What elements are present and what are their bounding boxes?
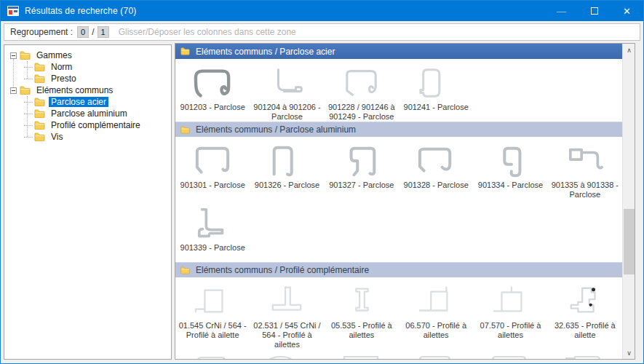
results-list: Eléments communs / Parclose acier901203 … — [175, 44, 622, 359]
result-item[interactable]: 901335 à 901338 - Parclose — [548, 141, 622, 199]
folder-icon — [20, 51, 31, 60]
result-item-label: 901228 / 901246 à 901249 - Parclose — [325, 101, 399, 122]
group-count-separator: / — [92, 27, 94, 37]
scrollbar-thumb[interactable] — [624, 209, 635, 274]
profile-thumbnail — [189, 282, 236, 320]
tree-item-label: Profilé complémentaire — [49, 120, 143, 130]
tree-item-parclose-aluminium[interactable]: Parclose aluminium — [4, 108, 171, 119]
tree: GammesNormPrestoEléments communsParclose… — [4, 45, 171, 143]
profile-901241-icon — [413, 65, 459, 101]
result-item[interactable]: 901334 - Parclose — [473, 141, 547, 199]
profile-thumbnail — [562, 282, 608, 320]
tree-item-parclose-acier[interactable]: Parclose acier — [4, 96, 171, 108]
result-item[interactable]: 06.570 - Profilé à ailettes — [399, 282, 473, 349]
minimize-button[interactable]: — — [545, 1, 578, 21]
result-item[interactable] — [250, 354, 324, 359]
tree-item-presto[interactable]: Presto — [4, 73, 171, 84]
result-item[interactable]: 901328 - Parclose — [399, 141, 473, 199]
result-item[interactable] — [399, 354, 473, 359]
result-item[interactable]: 901339 - Parclose — [175, 204, 250, 255]
column-dropzone[interactable]: Glisser/Déposer les colonnes dans cette … — [119, 27, 296, 37]
result-row: 901339 - Parclose — [175, 199, 622, 255]
result-item[interactable]: 901241 - Parclose — [399, 63, 473, 122]
result-item[interactable]: 32.635 - Profilé à ailette — [548, 282, 622, 349]
tree-item-label: Parclose acier — [49, 97, 108, 107]
profile-901339-icon — [189, 205, 236, 242]
result-item[interactable]: 901203 - Parclose — [175, 63, 250, 122]
results-panel: Eléments communs / Parclose acier901203 … — [175, 43, 635, 360]
folder-icon — [180, 266, 190, 274]
group-spacer — [175, 255, 622, 262]
profile-thumbnail — [413, 141, 459, 179]
tree-item-vis[interactable]: Vis — [4, 131, 171, 143]
profile-partial-4-icon — [399, 354, 472, 359]
result-item[interactable]: 07.570 - Profilé à ailettes — [473, 282, 547, 349]
result-item-label: 06.570 - Profilé à ailettes — [399, 320, 473, 340]
profile-07570-icon — [487, 283, 533, 320]
group-header[interactable]: Eléments communs / Profilé complémentair… — [175, 262, 622, 277]
tree-item-el-ments-communs[interactable]: Eléments communs — [4, 84, 171, 96]
profile-901228-icon — [338, 65, 385, 101]
tree-item-profil-compl-mentaire[interactable]: Profilé complémentaire — [4, 119, 171, 131]
group-header[interactable]: Eléments communs / Parclose aluminium — [175, 122, 622, 137]
profile-thumbnail — [474, 354, 546, 359]
close-button[interactable]: ✕ — [611, 1, 643, 21]
result-item-label: 901334 - Parclose — [477, 179, 544, 199]
profile-02531-icon — [263, 283, 310, 320]
grouping-label: Regroupement : — [10, 27, 73, 37]
result-item-label: 32.635 - Profilé à ailette — [548, 320, 622, 340]
result-item[interactable]: 01.545 CrNi / 564 - Profilé à ailette — [175, 282, 250, 349]
result-item[interactable]: 901327 - Parclose — [325, 141, 399, 199]
maximize-icon — [591, 7, 598, 15]
maximize-button[interactable] — [578, 1, 611, 21]
vertical-scrollbar[interactable]: ∧ ∨ — [622, 44, 635, 359]
profile-thumbnail — [263, 63, 310, 101]
result-item-label: 01.545 CrNi / 564 - Profilé à ailette — [175, 320, 250, 340]
profile-thumbnail — [413, 282, 459, 320]
collapse-expander-icon[interactable] — [10, 52, 17, 59]
tree-item-norm[interactable]: Norm — [4, 61, 171, 73]
profile-901326-icon — [263, 143, 310, 179]
profile-901204-icon — [263, 65, 310, 101]
result-item[interactable] — [548, 354, 622, 359]
scroll-up-arrow-icon[interactable]: ∧ — [623, 44, 635, 56]
result-item-label: 901301 - Parclose — [179, 179, 247, 199]
profile-partial-6-icon — [549, 354, 621, 359]
tree-branch-line — [24, 67, 33, 68]
result-item[interactable]: 05.535 - Profilé à ailettes — [325, 282, 399, 349]
result-item[interactable]: 02.531 / 545 CrNi / 564 - Profilé à aile… — [250, 282, 324, 349]
folder-icon — [180, 47, 190, 55]
collapse-expander-icon[interactable] — [10, 87, 17, 94]
result-item[interactable]: 901204 à 901206 - Parclose — [250, 63, 324, 122]
result-item-label: 07.570 - Profilé à ailettes — [473, 320, 547, 340]
folder-icon — [180, 126, 190, 134]
group-header[interactable]: Eléments communs / Parclose acier — [175, 44, 622, 59]
title-bar: Résultats de recherche (70) — ✕ — [1, 1, 643, 21]
result-row-partial — [175, 349, 622, 359]
profile-901301-icon — [189, 143, 236, 179]
profile-partial-2-icon — [250, 354, 323, 359]
group-count-current[interactable]: 0 — [77, 26, 89, 38]
profile-thumbnail — [413, 63, 459, 101]
profile-thumbnail — [189, 63, 236, 101]
result-item[interactable]: 901228 / 901246 à 901249 - Parclose — [325, 63, 399, 122]
grouping-toolbar: Regroupement : 0 / 1 Glisser/Déposer les… — [4, 23, 640, 41]
result-item[interactable] — [175, 354, 250, 359]
result-item[interactable] — [473, 354, 547, 359]
profile-thumbnail — [562, 141, 608, 179]
result-item[interactable]: 901301 - Parclose — [175, 141, 250, 199]
tree-item-label: Eléments communs — [34, 85, 115, 95]
folder-icon — [20, 86, 31, 95]
scroll-down-arrow-icon[interactable]: ∨ — [623, 347, 635, 359]
profile-901335-icon — [562, 143, 608, 179]
profile-thumbnail — [399, 354, 472, 359]
tree-item-gammes[interactable]: Gammes — [4, 50, 171, 61]
folder-icon — [34, 74, 45, 83]
result-item[interactable] — [325, 354, 399, 359]
group-count-total[interactable]: 1 — [98, 26, 109, 38]
result-item[interactable]: 901326 - Parclose — [250, 141, 324, 199]
profile-01545-icon — [189, 283, 236, 320]
result-row: 901301 - Parclose901326 - Parclose901327… — [175, 137, 622, 199]
profile-901327-icon — [338, 143, 385, 179]
profile-thumbnail — [338, 141, 385, 179]
